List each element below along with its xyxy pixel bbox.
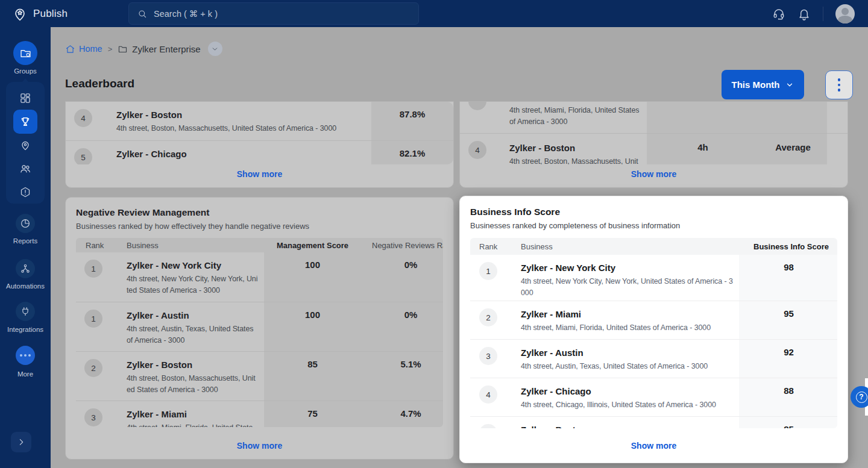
period-filter-label: This Month: [732, 80, 780, 90]
table-row[interactable]: 3 Zylker - Austin 4th street, Austin, Te…: [470, 339, 837, 378]
breadcrumb: Home > Zylker Enterprise: [65, 42, 222, 56]
sidebar-item-locations[interactable]: [13, 133, 37, 157]
business-address: 4th street, Miami, Florida, United State: [127, 422, 259, 427]
groups-folder-pin-icon: [19, 47, 32, 60]
sidebar-item-more[interactable]: [16, 346, 35, 365]
business-info-score: 85: [739, 417, 837, 428]
sidebar-item-teams[interactable]: [13, 157, 37, 181]
business-name: Zylker - Boston: [116, 109, 366, 121]
kebab-dot: [838, 78, 841, 81]
table-row[interactable]: 1 Zylker - Austin 4th street, Austin, Te…: [76, 302, 443, 351]
header-management-score: Management Score: [264, 241, 361, 250]
topbar-divider: [823, 7, 823, 21]
show-more-link[interactable]: Show more: [66, 169, 453, 179]
rank-badge: 4: [468, 141, 486, 159]
sidebar-item-groups[interactable]: [13, 41, 37, 65]
card-subtitle: Businesses ranked by completeness of bus…: [470, 221, 837, 230]
help-button[interactable]: ?: [851, 386, 868, 408]
header-business: Business: [111, 241, 264, 250]
business-address: 4th street, Miami, Florida, United State…: [521, 322, 734, 334]
table-row[interactable]: 1 Zylker - New York City 4th street, New…: [76, 252, 443, 302]
metric-value: [647, 102, 759, 133]
business-info-table: Rank Business Business Info Score 1 Zylk…: [470, 238, 837, 428]
business-address: 4th street, New York City, New York, Uni…: [521, 276, 734, 299]
search-placeholder: Search ( ⌘ + k ): [154, 9, 218, 19]
sidebar-item-automations[interactable]: [16, 259, 35, 278]
card-business-info-score: Business Info Score Businesses ranked by…: [459, 196, 848, 463]
table-row[interactable]: 1 Zylker - New York City 4th street, New…: [470, 255, 837, 301]
card-options-kebab-button[interactable]: [825, 70, 853, 99]
negative-reviews-ratio: 5.1%: [361, 352, 443, 401]
sidebar-automations-label: Automations: [0, 282, 51, 290]
metric-value: 87.8%: [371, 102, 453, 140]
breadcrumb-separator: >: [108, 45, 113, 54]
sidebar-groups-label: Groups: [0, 67, 51, 75]
sidebar-integrations-label: Integrations: [0, 326, 51, 333]
people-icon: [19, 163, 31, 175]
sidebar-reports-label: Reports: [0, 237, 51, 245]
show-more-link[interactable]: Show more: [460, 441, 848, 451]
rank-badge: 1: [84, 260, 102, 278]
business-info-score: 98: [739, 255, 837, 301]
app-title: Publish: [33, 8, 68, 20]
table-row[interactable]: 4 Zylker - Boston 4th street, Boston, Ma…: [66, 102, 453, 140]
hexagon-alert-icon: [19, 186, 31, 198]
table-row[interactable]: 5 Zylker - Boston 85: [470, 416, 837, 428]
topbar-actions: [772, 0, 868, 27]
card-negative-review-management: Negative Review Management Businesses ra…: [65, 197, 454, 460]
sidebar-item-reports[interactable]: [16, 214, 35, 233]
page-title: Leaderboard: [65, 77, 134, 90]
sidebar-item-leaderboard[interactable]: [13, 110, 37, 134]
top-left-table: 4 Zylker - Boston 4th street, Boston, Ma…: [66, 102, 453, 164]
table-row[interactable]: 5 Zylker - Chicago 82.1%: [66, 140, 453, 164]
table-row[interactable]: 4th street, Miami, Florida, United State…: [460, 102, 848, 133]
business-name: Zylker - Miami: [127, 408, 259, 420]
show-more-link[interactable]: Show more: [460, 169, 848, 179]
negative-review-table: Rank Business Management Score Negative …: [76, 238, 443, 427]
business-name: Zylker - New York City: [127, 260, 259, 272]
business-name: Zylker - Boston: [521, 424, 734, 428]
card-title: Negative Review Management: [76, 207, 443, 218]
sidebar-item-integrations[interactable]: [16, 302, 35, 321]
metric-value: 4h: [647, 134, 759, 164]
search-input[interactable]: Search ( ⌘ + k ): [128, 2, 419, 25]
business-info-score: 95: [739, 301, 837, 339]
breadcrumb-switcher-button[interactable]: [208, 42, 222, 56]
reports-pie-icon: [20, 218, 31, 229]
integrations-plug-icon: [20, 306, 31, 317]
table-row[interactable]: 2 Zylker - Boston 4th street, Boston, Ma…: [76, 351, 443, 401]
app-brand: Publish: [12, 0, 68, 27]
business-info-score: 92: [739, 340, 837, 378]
business-address: 4th street, New York City, New York, Uni…: [127, 273, 259, 296]
rank-badge: 3: [84, 408, 102, 426]
sidebar-item-dashboard[interactable]: [13, 86, 37, 110]
metric-value: 82.1%: [371, 141, 453, 164]
breadcrumb-folder[interactable]: Zylker Enterprise: [118, 44, 200, 54]
table-row[interactable]: 3 Zylker - Miami 4th street, Miami, Flor…: [76, 401, 443, 427]
show-more-link[interactable]: Show more: [66, 441, 453, 451]
period-filter-button[interactable]: This Month: [722, 70, 804, 99]
table-row[interactable]: 4 Zylker - Boston 4th street, Boston, Ma…: [460, 133, 848, 164]
sidebar-expand-button[interactable]: [11, 432, 31, 452]
more-ellipsis-icon: [20, 354, 31, 357]
publish-logo-icon: [12, 6, 28, 22]
business-name: Zylker - Chicago: [116, 148, 366, 160]
rank-badge: 1: [84, 310, 102, 328]
map-pin-icon: [19, 139, 31, 151]
card-subtitle: Businesses ranked by how effectively the…: [76, 222, 443, 231]
user-avatar[interactable]: [835, 4, 855, 23]
header-rank: Rank: [470, 242, 506, 251]
automations-flow-icon: [20, 263, 31, 274]
trophy-icon: [19, 116, 31, 128]
rank-badge: [468, 102, 486, 110]
breadcrumb-home[interactable]: Home: [65, 44, 102, 54]
table-row[interactable]: 2 Zylker - Miami 4th street, Miami, Flor…: [470, 301, 837, 339]
sidebar-item-alerts[interactable]: [13, 180, 37, 204]
notifications-bell-icon[interactable]: [797, 7, 811, 20]
sidebar: Groups: [0, 27, 51, 468]
support-headset-icon[interactable]: [772, 7, 785, 20]
home-icon: [65, 44, 75, 54]
negative-reviews-ratio: 0%: [361, 252, 443, 302]
table-row[interactable]: 4 Zylker - Chicago 4th street, Chicago, …: [470, 378, 837, 416]
groups-submenu-panel: [6, 82, 45, 204]
